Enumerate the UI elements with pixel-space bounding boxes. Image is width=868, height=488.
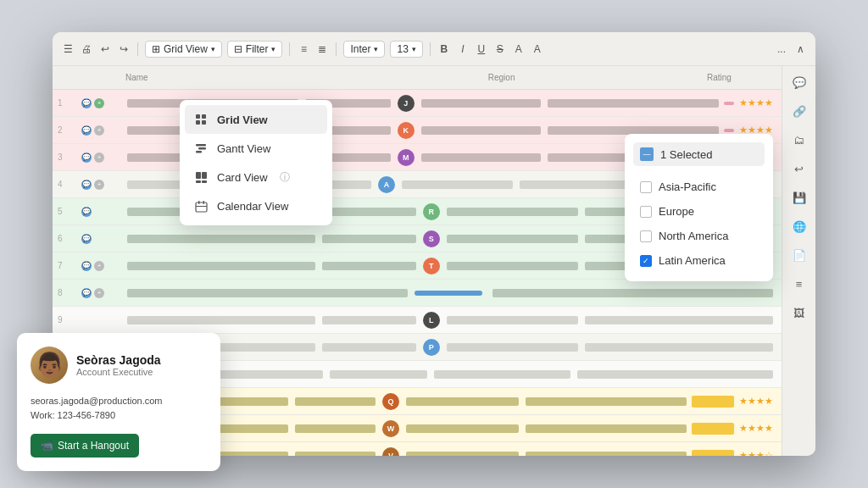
filter-option-europe[interactable]: Europe <box>633 199 765 224</box>
row-icon-link[interactable]: + <box>94 261 104 271</box>
cell-data3 <box>492 289 773 297</box>
redo-icon[interactable]: ↪ <box>117 42 131 56</box>
row-action-icons[interactable]: 💬 + <box>81 180 124 190</box>
archive-sidebar-icon[interactable]: 🗂 <box>790 130 809 149</box>
filter-button[interactable]: ⊟ Filter ▾ <box>227 41 283 58</box>
avatar: A <box>378 176 395 193</box>
svg-rect-0 <box>196 114 200 119</box>
more-options-icon[interactable]: ... <box>775 42 788 56</box>
filter-label: Filter <box>246 43 269 55</box>
row-action-icons[interactable]: 💬 + <box>81 125 124 136</box>
align-right-icon[interactable]: ≣ <box>315 42 329 56</box>
undo-icon[interactable]: ↩ <box>98 42 112 56</box>
row-action-icons[interactable]: 💬 + <box>81 288 124 298</box>
row-icon-comment[interactable]: 💬 <box>81 234 92 244</box>
row-icon-link[interactable]: + <box>94 125 104 136</box>
dropdown-gantt-view[interactable]: Gantt View <box>185 134 327 163</box>
avatar: V <box>382 447 399 457</box>
row-icon-link[interactable]: + <box>94 152 104 163</box>
menu-icon[interactable]: ☰ <box>61 42 75 56</box>
comment-sidebar-icon[interactable]: 💬 <box>790 73 809 92</box>
size-selector[interactable]: 13 ▾ <box>390 41 422 58</box>
row-action-icons[interactable]: 💬 + <box>81 261 124 271</box>
align-left-icon[interactable]: ≡ <box>297 42 310 56</box>
view-selector-button[interactable]: ⊞ Grid View ▾ <box>145 41 222 58</box>
italic-icon[interactable]: I <box>456 42 470 56</box>
dropdown-grid-view[interactable]: Grid View <box>185 105 327 134</box>
row-action-icons[interactable]: 💬 + <box>81 152 124 163</box>
highlight-icon[interactable]: A <box>512 42 526 56</box>
filter-option-latin-america[interactable]: ✓ Latin America <box>633 248 765 273</box>
filter-selected-row: — 1 Selected <box>633 142 765 166</box>
font-selector[interactable]: Inter ▾ <box>343 41 385 58</box>
svg-rect-3 <box>202 120 206 125</box>
history-sidebar-icon[interactable]: ↩ <box>790 159 809 178</box>
row-action-icons[interactable]: 💬 + <box>81 98 124 108</box>
dropdown-calendar-view[interactable]: Calendar View <box>185 191 327 220</box>
list-sidebar-icon[interactable]: ≡ <box>790 274 809 293</box>
underline-icon[interactable]: U <box>475 42 488 56</box>
print-icon[interactable]: 🖨 <box>80 42 93 56</box>
cell-data1 <box>322 343 416 352</box>
svg-rect-12 <box>198 201 200 204</box>
collapse-icon[interactable]: ∧ <box>793 42 807 56</box>
rating-stars: ★★★★ <box>739 97 773 108</box>
link-sidebar-icon[interactable]: 🔗 <box>790 102 809 120</box>
avatar: J <box>398 95 415 112</box>
card-view-info-icon: ⓘ <box>280 170 290 185</box>
start-hangout-button[interactable]: 📹 Start a Hangout <box>31 434 139 458</box>
filter-checkbox-europe[interactable] <box>640 206 652 218</box>
row-number: 4 <box>58 180 81 189</box>
row-icon-comment[interactable]: 💬 <box>81 125 92 136</box>
svg-rect-5 <box>198 147 206 150</box>
row-action-icons[interactable]: 💬 <box>81 207 124 217</box>
cell-data1 <box>322 262 416 270</box>
row-icon-link[interactable]: + <box>94 180 104 190</box>
filter-checkbox-asia[interactable] <box>640 181 652 193</box>
row-icon-comment[interactable]: 💬 <box>81 98 92 108</box>
svg-rect-13 <box>203 201 204 204</box>
row-number: 6 <box>58 234 81 243</box>
row-action-icons[interactable]: 💬 <box>81 234 124 244</box>
filter-checkbox-north-america[interactable] <box>640 230 652 242</box>
row-icon-comment[interactable]: 💬 <box>81 207 92 217</box>
gantt-view-icon <box>193 141 209 156</box>
cell-data1 <box>322 316 416 324</box>
filter-checkbox-latin-america[interactable]: ✓ <box>640 255 652 267</box>
svg-rect-4 <box>196 144 206 147</box>
filter-option-asia[interactable]: Asia-Pacific <box>633 175 765 199</box>
svg-rect-8 <box>202 172 207 179</box>
row-icon-comment[interactable]: 💬 <box>81 261 92 271</box>
dropdown-card-view[interactable]: Card View ⓘ <box>185 163 327 191</box>
cell-data3 <box>526 424 687 433</box>
bold-icon[interactable]: B <box>437 42 451 56</box>
globe-sidebar-icon[interactable]: 🌐 <box>790 217 809 236</box>
cell-name <box>127 316 315 324</box>
row-icon-comment[interactable]: 💬 <box>81 288 92 298</box>
doc-sidebar-icon[interactable]: 📄 <box>790 246 809 264</box>
view-label: Grid View <box>164 43 208 55</box>
grid-column-headers: Name Region Rating <box>53 66 782 90</box>
avatar: K <box>398 122 415 139</box>
save-sidebar-icon[interactable]: 💾 <box>790 188 809 207</box>
contact-email: seoras.jagoda@production.com <box>31 394 207 409</box>
strikethrough-icon[interactable]: S <box>493 42 507 56</box>
filter-option-north-america[interactable]: North America <box>633 224 765 248</box>
row-number: 5 <box>58 207 81 216</box>
cell-data2 <box>406 452 519 457</box>
avatar: T <box>423 258 440 274</box>
status-badge <box>724 102 734 105</box>
svg-rect-6 <box>196 151 202 153</box>
row-icon-comment[interactable]: 💬 <box>81 180 92 190</box>
row-icon-link[interactable]: + <box>94 98 104 108</box>
row-icon-link[interactable]: + <box>94 288 104 298</box>
row-number: 3 <box>58 152 81 162</box>
image-sidebar-icon[interactable]: 🖼 <box>790 303 809 322</box>
chevron-down-icon: ▾ <box>211 45 215 53</box>
text-color-icon[interactable]: A <box>531 42 544 56</box>
grid-view-icon <box>193 112 209 127</box>
svg-rect-11 <box>196 202 207 212</box>
divider-2 <box>289 42 290 56</box>
row-icon-comment[interactable]: 💬 <box>81 152 92 163</box>
cell-data3 <box>526 397 687 406</box>
